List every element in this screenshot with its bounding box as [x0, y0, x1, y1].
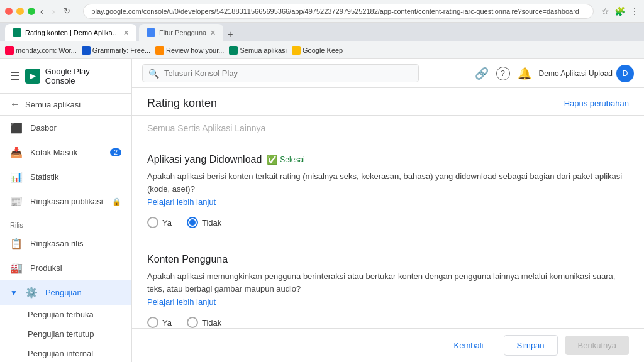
section-description-1: Apakah aplikasi berisi konten terkait ra…: [147, 170, 629, 195]
tab-close-2[interactable]: ✕: [210, 29, 216, 37]
forward-button[interactable]: ›: [52, 6, 55, 16]
demo-account[interactable]: Demo Aplikasi Upload D: [539, 65, 634, 82]
kembali-button[interactable]: Kembali: [441, 336, 496, 355]
bookmark-label-review: Review how your...: [166, 47, 224, 54]
bottom-bar: Kembali Simpan Berikutnya: [132, 328, 644, 362]
sidebar-item-produksi[interactable]: 🏭 Produksi: [0, 256, 131, 280]
sidebar-item-pengujian-terbuka[interactable]: Pengujian terbuka: [0, 305, 131, 324]
maximize-dot[interactable]: [28, 8, 35, 15]
radio-label-tidak-1: Tidak: [202, 218, 221, 228]
sidebar-item-pengujian-internal[interactable]: Pengujian internal: [0, 344, 131, 362]
menu-icon[interactable]: ⋮: [630, 6, 639, 16]
produksi-icon: 🏭: [10, 262, 23, 274]
label-pengujian-tertutup: Pengujian tertutup: [28, 329, 94, 339]
help-icon[interactable]: ?: [496, 67, 510, 80]
avatar: D: [616, 65, 634, 82]
ringkasan-icon: 📰: [10, 195, 23, 207]
learn-more-2[interactable]: Pelajari lebih lanjut: [147, 297, 216, 307]
radio-circle-ya-1: [147, 217, 158, 228]
sidebar: ☰ ▶ Google Play Console ← Semua aplikasi…: [0, 59, 132, 362]
bookmark-favicon-monday: [5, 46, 14, 55]
link-icon[interactable]: 🔗: [475, 67, 489, 80]
main-content: 🔍 🔗 ? 🔔 Demo Aplikasi Upload D Rating ko…: [132, 59, 644, 362]
address-bar[interactable]: play.google.com/console/u/0/developers/5…: [83, 4, 594, 19]
new-tab-button[interactable]: +: [223, 28, 236, 41]
ringkasan-rilis-icon: 📋: [10, 238, 23, 250]
radio-ya-2[interactable]: Ya: [147, 317, 172, 328]
tab-label-1: Rating konten | Demo Aplikasi...: [25, 29, 119, 36]
sidebar-item-dasbor[interactable]: ⬛ Dasbor: [0, 116, 131, 140]
faded-section-label: Semua Sertis Aplikasi Lainnya: [147, 116, 629, 141]
content-area: Semua Sertis Aplikasi Lainnya Aplikasi y…: [132, 116, 644, 328]
bookmark-favicon-semua: [229, 46, 238, 55]
radio-label-tidak-2: Tidak: [202, 318, 221, 327]
bookmark-label-keep: Google Keep: [303, 47, 343, 54]
page-title: Rating konten: [147, 97, 217, 110]
sidebar-back-button[interactable]: ← Semua aplikasi: [0, 94, 131, 116]
sidebar-item-kotak-masuk[interactable]: 📥 Kotak Masuk 2: [0, 140, 131, 165]
tab-rating-konten[interactable]: Rating konten | Demo Aplikasi... ✕: [5, 24, 136, 41]
sidebar-item-pengujian-tertutup[interactable]: Pengujian tertutup: [0, 324, 131, 344]
expand-icon: ▼: [10, 288, 18, 297]
sidebar-label-pengujian: Pengujian: [45, 288, 82, 297]
tab-favicon-2: [147, 28, 155, 37]
tab-close-1[interactable]: ✕: [123, 29, 129, 37]
bookmark-favicon-review: [155, 46, 164, 55]
tab-label-2: Fitur Pengguna: [159, 29, 206, 36]
bookmark-label-semua: Semua aplikasi: [240, 47, 287, 54]
radio-circle-tidak-1: [187, 217, 198, 228]
radio-circle-ya-2: [147, 317, 158, 328]
bookmark-semua-aplikasi[interactable]: Semua aplikasi: [229, 46, 287, 55]
disabled-icon: 🔒: [112, 197, 121, 206]
search-icon: 🔍: [148, 69, 159, 79]
simpan-button[interactable]: Simpan: [504, 335, 558, 356]
bookmark-google-keep[interactable]: Google Keep: [292, 46, 343, 55]
bookmark-icon[interactable]: ☆: [601, 6, 609, 16]
hamburger-icon[interactable]: ☰: [10, 69, 20, 83]
bookmark-favicon-keep: [292, 46, 301, 55]
top-header: 🔍 🔗 ? 🔔 Demo Aplikasi Upload D: [132, 59, 644, 88]
bookmark-monday[interactable]: monday.com: Wor...: [5, 46, 77, 55]
search-input[interactable]: [142, 64, 419, 82]
minimize-dot[interactable]: [16, 8, 24, 15]
sidebar-item-statistik[interactable]: 📊 Statistik: [0, 165, 131, 189]
label-pengujian-internal: Pengujian internal: [28, 349, 93, 358]
radio-ya-1[interactable]: Ya: [147, 217, 172, 228]
radio-tidak-1[interactable]: Tidak: [187, 217, 221, 228]
section-title-1: Aplikasi yang Didownload ✅ Selesai: [147, 154, 629, 165]
bookmark-grammarly[interactable]: Grammarly: Free...: [82, 46, 150, 55]
back-button[interactable]: ‹: [40, 6, 43, 16]
radio-label-ya-1: Ya: [162, 218, 172, 228]
notification-icon[interactable]: 🔔: [518, 67, 531, 80]
sidebar-item-ringkasan-rilis[interactable]: 📋 Ringkasan rilis: [0, 231, 131, 256]
bookmark-favicon-grammarly: [82, 46, 91, 55]
check-icon: ✅: [267, 155, 277, 165]
bookmarks-bar: monday.com: Wor... Grammarly: Free... Re…: [0, 41, 644, 59]
hapus-perubahan-button[interactable]: Hapus perubahan: [564, 99, 629, 108]
label-pengujian-terbuka: Pengujian terbuka: [28, 310, 94, 319]
tab-bar: Rating konten | Demo Aplikasi... ✕ Fitur…: [0, 23, 644, 41]
sidebar-label-dasbor: Dasbor: [30, 123, 57, 133]
berikutnya-button[interactable]: Berikutnya: [565, 336, 629, 355]
radio-tidak-2[interactable]: Tidak: [187, 317, 221, 328]
radio-circle-tidak-2: [187, 317, 198, 328]
sidebar-item-ringkasan-publikasi[interactable]: 📰 Ringkasan publikasi 🔒: [0, 189, 131, 214]
inbox-badge: 2: [110, 148, 121, 156]
learn-more-1[interactable]: Pelajari lebih lanjut: [147, 197, 216, 207]
sidebar-label-statistik: Statistik: [30, 172, 59, 182]
bookmark-label-monday: monday.com: Wor...: [16, 47, 77, 54]
refresh-button[interactable]: ↻: [64, 6, 70, 16]
section-aplikasi-didownload: Aplikasi yang Didownload ✅ Selesai Apaka…: [147, 141, 629, 241]
status-label-1: Selesai: [280, 155, 304, 164]
sidebar-section-rilis: Rilis: [0, 214, 131, 231]
tab-fitur-pengguna[interactable]: Fitur Pengguna ✕: [139, 24, 223, 41]
sidebar-label-produksi: Produksi: [30, 263, 62, 273]
sidebar-item-pengujian[interactable]: ▼ ⚙️ Pengujian: [0, 280, 131, 305]
search-wrapper: 🔍: [142, 64, 419, 82]
close-dot[interactable]: [5, 8, 13, 15]
status-badge-1: ✅ Selesai: [267, 155, 304, 165]
page-header: Rating konten Hapus perubahan: [132, 88, 644, 116]
bookmark-review[interactable]: Review how your...: [155, 46, 224, 55]
extensions-icon[interactable]: 🧩: [614, 6, 625, 16]
radio-label-ya-2: Ya: [162, 318, 172, 327]
